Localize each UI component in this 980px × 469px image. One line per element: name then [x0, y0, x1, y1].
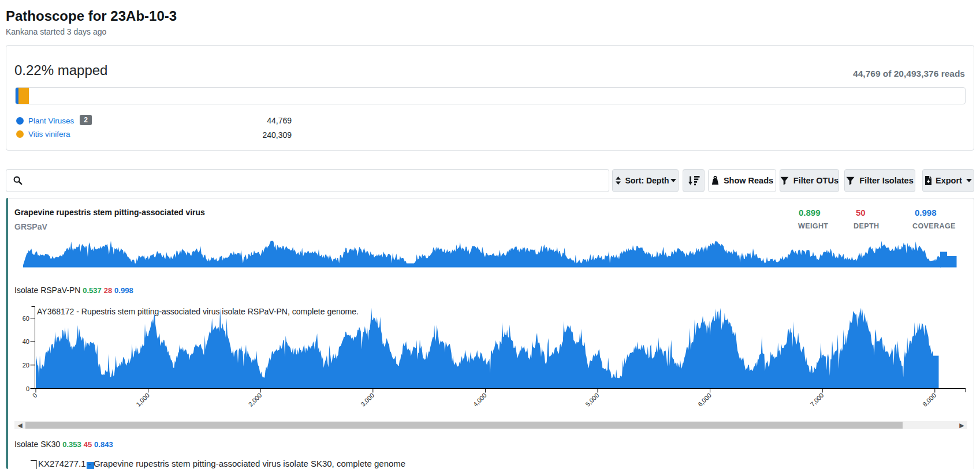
svg-text:3,000: 3,000: [359, 392, 375, 408]
svg-text:KX274277.1 - Grapevine rupestr: KX274277.1 - Grapevine rupestris stem pi…: [38, 459, 405, 468]
svg-text:6,000: 6,000: [696, 392, 713, 408]
svg-text:8,000: 8,000: [921, 392, 937, 408]
svg-text:60: 60: [23, 315, 29, 322]
svg-text:4,000: 4,000: [472, 392, 488, 408]
svg-text:5,000: 5,000: [584, 392, 600, 408]
svg-text:20: 20: [23, 362, 29, 369]
svg-text:7,000: 7,000: [809, 392, 825, 408]
svg-text:2,000: 2,000: [247, 392, 263, 408]
svg-text:0: 0: [31, 392, 39, 399]
svg-text:AY368172 - Rupestris stem pitt: AY368172 - Rupestris stem pitting-associ…: [37, 307, 359, 316]
svg-text:40: 40: [23, 338, 29, 345]
svg-text:0: 0: [26, 385, 29, 392]
svg-text:1,000: 1,000: [135, 392, 151, 408]
